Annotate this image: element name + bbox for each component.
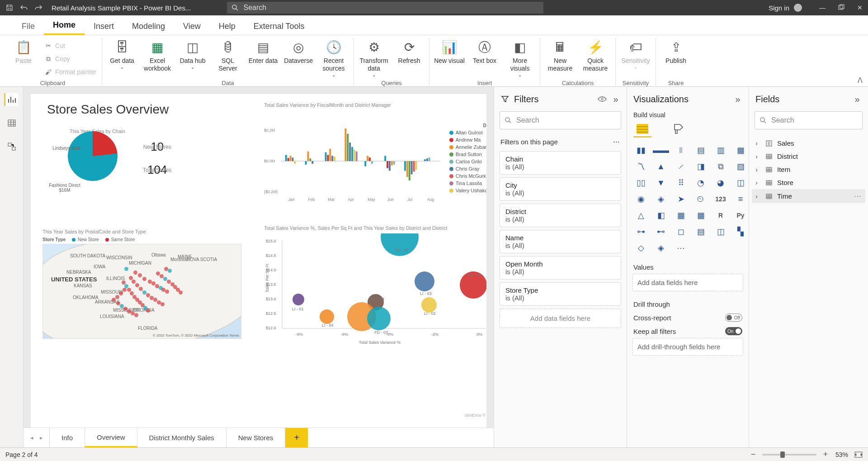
visual-type-icon[interactable]: ◫ (733, 176, 748, 189)
visual-type-icon[interactable]: ◈ (653, 193, 669, 205)
cut-button[interactable]: ✂Cut (42, 40, 98, 52)
visual-type-icon[interactable]: ≡ (733, 193, 748, 205)
collapse-pane-icon[interactable]: » (853, 95, 862, 104)
visual-map[interactable]: This Year Sales by PostalCode and Store … (42, 220, 259, 419)
visual-type-icon[interactable]: Py (733, 209, 748, 222)
page-tab-info[interactable]: Info (50, 428, 85, 447)
keep-filters-toggle[interactable]: On (725, 327, 742, 335)
new-visual-button[interactable]: 📊New visual (433, 38, 466, 79)
copy-button[interactable]: ⧉Copy (42, 53, 98, 65)
visual-bubble[interactable]: Total Sales Variance %, Sales Per Sq Ft … (259, 220, 486, 419)
format-painter-button[interactable]: 🖌Format painter (42, 66, 98, 78)
close-icon[interactable]: ✕ (857, 4, 863, 11)
maximize-icon[interactable] (838, 4, 844, 11)
values-drop[interactable]: Add data fields here (632, 274, 743, 291)
recent-sources-button[interactable]: 🕓Recent sources⌄ (317, 38, 350, 79)
filter-card[interactable]: Store Typeis (All) (500, 282, 621, 306)
save-icon[interactable] (5, 4, 14, 12)
tab-help[interactable]: Help (210, 17, 245, 35)
cross-report-toggle[interactable]: Off (725, 314, 742, 322)
visual-variance-bars[interactable]: Total Sales Variance by FiscalMonth and … (259, 102, 486, 220)
visual-type-icon[interactable]: ⊷ (653, 225, 669, 238)
undo-icon[interactable] (20, 4, 28, 12)
zoom-out-button[interactable]: − (749, 450, 758, 459)
visual-type-icon[interactable]: ◫ (713, 225, 728, 238)
visual-type-icon[interactable]: ▦ (733, 144, 748, 157)
visual-type-icon[interactable]: ⧉ (713, 160, 728, 173)
filter-card[interactable]: Open Monthis (All) (500, 256, 621, 280)
format-visual-mode-icon[interactable] (670, 121, 688, 138)
page-tab-district[interactable]: District Monthly Sales (137, 428, 226, 447)
visual-type-icon[interactable]: ▬▬ (653, 144, 669, 157)
visual-type-icon[interactable]: ▲ (653, 160, 669, 173)
visual-type-icon[interactable]: ▯▯ (633, 176, 649, 189)
page-tab-overview[interactable]: Overview (85, 428, 137, 447)
tab-insert[interactable]: Insert (85, 17, 123, 35)
page-tab-newstores[interactable]: New Stores (226, 428, 286, 447)
tab-home[interactable]: Home (44, 16, 85, 35)
more-icon[interactable]: ⋯ (854, 192, 862, 200)
visual-type-icon[interactable]: ◕ (713, 176, 728, 189)
visual-type-icon[interactable]: ⋯ (673, 242, 689, 254)
eye-icon[interactable] (598, 95, 607, 104)
visual-type-icon[interactable]: ⏲ (693, 193, 708, 205)
add-page-button[interactable]: + (285, 428, 308, 447)
model-view-icon[interactable] (5, 140, 18, 153)
visual-type-icon[interactable]: ▦ (693, 209, 708, 222)
new-measure-button[interactable]: 🖩New measure (544, 38, 576, 79)
transform-data-button[interactable]: ⚙Transform data⌄ (358, 38, 390, 79)
global-search[interactable]: Search (227, 2, 543, 14)
fit-to-page-icon[interactable] (854, 451, 863, 458)
publish-button[interactable]: ⇪Publish (660, 38, 692, 79)
field-row[interactable]: ›District (752, 150, 865, 163)
report-view-icon[interactable] (5, 93, 18, 106)
visual-type-icon[interactable]: ➤ (673, 193, 689, 205)
visual-type-icon[interactable]: ◧ (653, 209, 669, 222)
visual-type-icon[interactable]: ▮▮ (633, 144, 649, 157)
filter-card[interactable]: Nameis (All) (500, 230, 621, 253)
data-view-icon[interactable] (5, 117, 18, 129)
excel-workbook-button[interactable]: ▦Excel workbook (141, 38, 174, 79)
filter-card[interactable]: Cityis (All) (500, 177, 621, 201)
filters-add-drop[interactable]: Add data fields here (500, 309, 621, 328)
filter-card[interactable]: Districtis (All) (500, 204, 621, 227)
visual-type-icon[interactable]: ◉ (633, 193, 649, 205)
field-row[interactable]: ›Time⋯ (752, 189, 865, 203)
sign-in-button[interactable]: Sign in (769, 4, 802, 12)
visual-type-icon[interactable]: ⟋ (673, 160, 689, 173)
visual-type-icon[interactable]: ⊶ (633, 225, 649, 238)
zoom-slider[interactable] (762, 454, 816, 456)
visual-type-icon[interactable]: 123 (713, 193, 728, 205)
visual-type-icon[interactable]: ◻ (673, 225, 689, 238)
filter-card[interactable]: Chainis (All) (500, 151, 621, 175)
fields-search[interactable]: Search (755, 111, 863, 129)
collapse-pane-icon[interactable]: » (733, 95, 742, 104)
visual-type-icon[interactable]: ▤ (693, 144, 708, 157)
tab-file[interactable]: File (13, 17, 44, 35)
redo-icon[interactable] (34, 4, 42, 12)
tab-view[interactable]: View (174, 17, 210, 35)
visual-type-icon[interactable]: ⫴ (673, 144, 689, 157)
field-row[interactable]: ›Store (752, 176, 865, 189)
minimize-icon[interactable]: — (819, 4, 826, 11)
filters-search[interactable]: Search (500, 111, 621, 129)
field-row[interactable]: ›Sales (752, 137, 865, 150)
get-data-button[interactable]: 🗄Get data⌄ (106, 38, 138, 79)
report-canvas[interactable]: Store Sales Overview This Year Sales by … (31, 94, 486, 428)
refresh-button[interactable]: ⟳Refresh (393, 38, 425, 79)
tab-modeling[interactable]: Modeling (123, 17, 174, 35)
visual-type-icon[interactable]: R (713, 209, 728, 222)
field-row[interactable]: ›Item (752, 163, 865, 176)
visual-type-icon[interactable]: ▥ (713, 144, 728, 157)
zoom-in-button[interactable]: + (821, 450, 830, 459)
visual-type-icon[interactable]: ⠿ (673, 176, 689, 189)
visual-type-icon[interactable]: ◔ (693, 176, 708, 189)
quick-measure-button[interactable]: ⚡Quick measure (579, 38, 612, 79)
more-visuals-button[interactable]: ◧More visuals⌄ (504, 38, 536, 79)
visual-type-icon[interactable]: ▦ (673, 209, 689, 222)
collapse-ribbon-icon[interactable]: ᐱ (858, 76, 863, 85)
text-box-button[interactable]: ⒶText box (468, 38, 501, 79)
visual-type-icon[interactable]: ▼ (653, 176, 669, 189)
more-icon[interactable]: ⋯ (613, 138, 620, 146)
data-hub-button[interactable]: ◫Data hub⌄ (176, 38, 209, 79)
